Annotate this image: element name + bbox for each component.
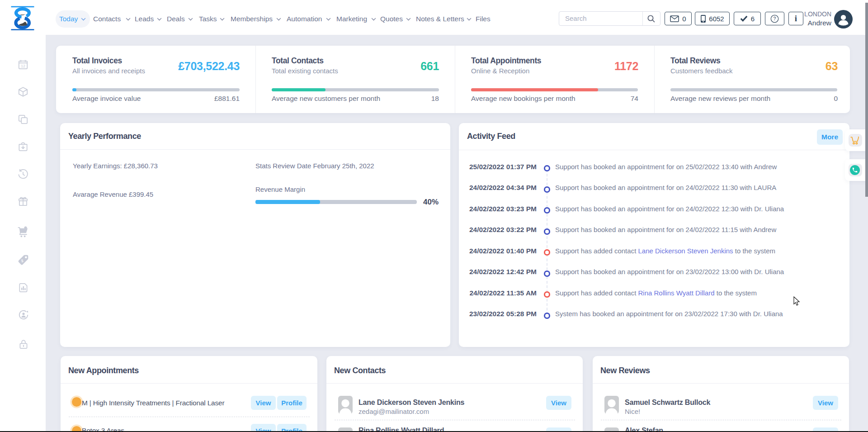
svg-text:12: 12	[21, 64, 25, 68]
